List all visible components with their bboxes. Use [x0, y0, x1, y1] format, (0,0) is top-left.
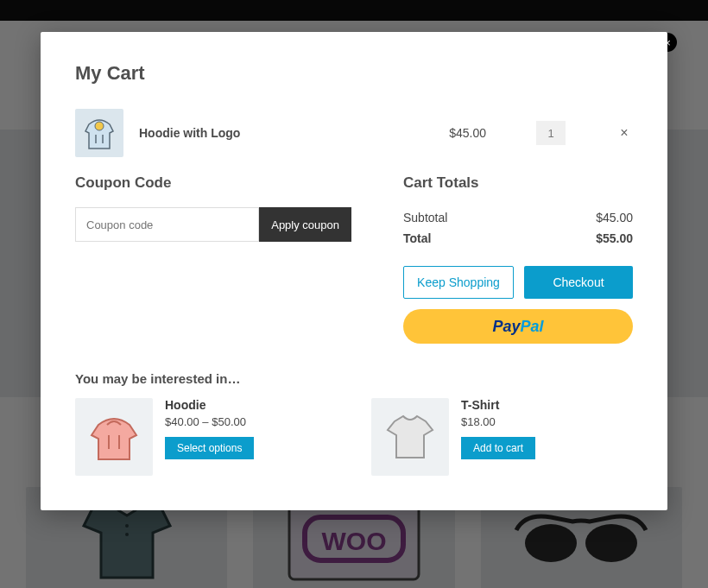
subtotal-value: $45.00 — [596, 211, 633, 224]
hoodie-logo-icon — [82, 114, 117, 152]
cart-line-remove-button[interactable]: × — [616, 125, 633, 141]
apply-coupon-button[interactable]: Apply coupon — [259, 207, 351, 242]
total-row: Total $55.00 — [403, 228, 633, 249]
subtotal-row: Subtotal $45.00 — [403, 207, 633, 228]
interest-row: Hoodie $40.00 – $50.00 Select options T-… — [75, 398, 633, 476]
keep-shopping-button[interactable]: Keep Shopping — [403, 266, 514, 299]
paypal-logo-icon: PayPal — [492, 318, 543, 336]
totals-section: Cart Totals Subtotal $45.00 Total $55.00… — [403, 174, 633, 344]
total-value: $55.00 — [596, 231, 633, 245]
totals-heading: Cart Totals — [403, 174, 633, 192]
interest-thumb-tshirt[interactable] — [371, 398, 449, 476]
cart-line-name[interactable]: Hoodie with Logo — [139, 126, 419, 140]
remove-icon: × — [620, 125, 628, 140]
coupon-input[interactable] — [75, 207, 259, 242]
coupon-section: Coupon Code Apply coupon — [75, 174, 351, 344]
select-options-button[interactable]: Select options — [165, 437, 254, 459]
svg-point-7 — [95, 122, 104, 130]
cart-line-price: $45.00 — [434, 126, 486, 140]
interest-item-tshirt: T-Shirt $18.00 Add to cart — [371, 398, 633, 476]
add-to-cart-button[interactable]: Add to cart — [461, 437, 535, 459]
interest-item-hoodie: Hoodie $40.00 – $50.00 Select options — [75, 398, 337, 476]
checkout-button[interactable]: Checkout — [524, 266, 633, 299]
cart-line-item: Hoodie with Logo $45.00 1 × — [75, 109, 633, 157]
interest-thumb-hoodie[interactable] — [75, 398, 153, 476]
subtotal-label: Subtotal — [403, 211, 447, 224]
cart-line-qty-input[interactable]: 1 — [536, 121, 566, 145]
interest-name[interactable]: T-Shirt — [461, 398, 535, 412]
cart-modal: My Cart Hoodie with Logo $45.00 1 × Coup… — [41, 32, 667, 510]
total-label: Total — [403, 231, 431, 245]
interest-name[interactable]: Hoodie — [165, 398, 254, 412]
coupon-heading: Coupon Code — [75, 174, 351, 192]
paypal-button[interactable]: PayPal — [403, 309, 633, 344]
cart-line-thumb[interactable] — [75, 109, 123, 157]
tshirt-icon — [382, 409, 438, 465]
interest-price: $40.00 – $50.00 — [165, 415, 254, 428]
hoodie-icon — [86, 409, 142, 465]
interest-price: $18.00 — [461, 415, 535, 428]
interest-heading: You may be interested in… — [75, 371, 633, 386]
cart-title: My Cart — [75, 62, 633, 85]
